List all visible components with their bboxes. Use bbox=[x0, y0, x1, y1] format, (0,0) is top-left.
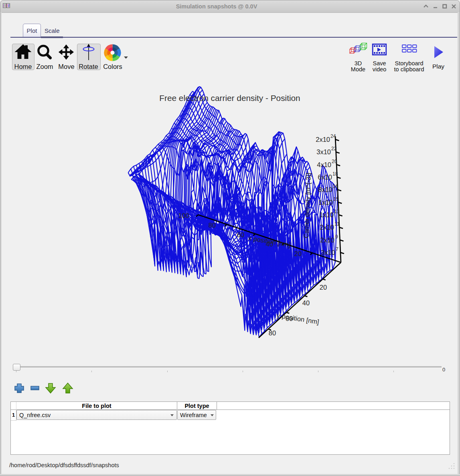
svg-text:13: 13 bbox=[334, 209, 340, 214]
svg-text:80: 80 bbox=[209, 222, 216, 229]
svg-text:20: 20 bbox=[320, 284, 327, 291]
svg-text:18: 18 bbox=[332, 171, 338, 177]
svg-text:3x10: 3x10 bbox=[321, 249, 335, 256]
svg-text:2x10: 2x10 bbox=[320, 236, 334, 244]
svg-text:11: 11 bbox=[334, 221, 340, 227]
svg-text:7: 7 bbox=[336, 246, 338, 252]
svg-text:1x10: 1x10 bbox=[319, 211, 334, 218]
svg-text:2x10: 2x10 bbox=[320, 224, 334, 231]
svg-text:8x10: 8x10 bbox=[318, 186, 332, 193]
svg-text:60: 60 bbox=[237, 231, 244, 238]
svg-text:3x10: 3x10 bbox=[316, 148, 331, 155]
svg-text:6x10: 6x10 bbox=[318, 173, 332, 181]
svg-text:24: 24 bbox=[330, 133, 336, 139]
svg-text:40: 40 bbox=[302, 299, 310, 307]
svg-text:y position [nm]: y position [nm] bbox=[276, 312, 320, 325]
svg-text:22: 22 bbox=[331, 146, 337, 151]
svg-text:100: 100 bbox=[178, 212, 189, 219]
svg-text:16: 16 bbox=[333, 184, 338, 189]
svg-text:Free electron carrier density: Free electron carrier density - Position bbox=[159, 93, 300, 103]
svg-text:2x10: 2x10 bbox=[316, 136, 330, 143]
svg-text:15: 15 bbox=[333, 196, 339, 202]
svg-text:80: 80 bbox=[269, 329, 276, 337]
svg-text:1x10: 1x10 bbox=[318, 199, 333, 206]
svg-text:4x10: 4x10 bbox=[317, 161, 331, 168]
svg-text:9: 9 bbox=[335, 234, 338, 240]
svg-text:20: 20 bbox=[332, 159, 337, 164]
svg-text:20: 20 bbox=[294, 250, 302, 257]
